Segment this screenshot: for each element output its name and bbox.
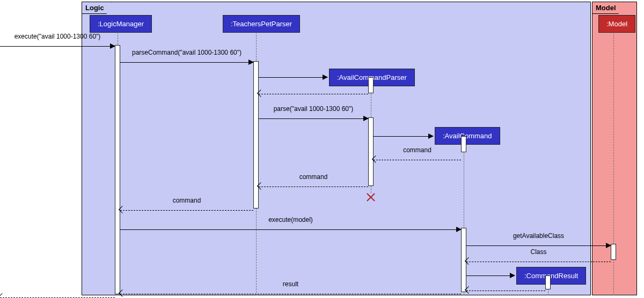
execute-model-msg: execute(model) [120, 225, 461, 235]
parsecommand-label: parseCommand("avail 1000-1300 60") [132, 49, 241, 56]
return-cmd3-msg: command [120, 206, 253, 215]
return-cmd3-label: command [173, 197, 201, 204]
logic-manager-head: :LogicManager [90, 15, 152, 33]
exit-msg [0, 293, 115, 298]
acp-activation-1 [368, 77, 374, 93]
return-class-label: Class [530, 248, 546, 256]
logic-frame: Logic [82, 2, 591, 295]
model-head: :Model [598, 15, 635, 33]
acp-activation-2 [368, 117, 374, 186]
create-ac-msg [374, 132, 433, 141]
lm-activation [115, 45, 120, 294]
teachers-pet-parser-head: :TeachersPetParser [223, 15, 300, 33]
parse-label: parse("avail 1000-1300 60") [274, 105, 354, 113]
parsecommand-msg: parseCommand("avail 1000-1300 60") [120, 58, 253, 68]
entry-msg: execute("avail 1000-1300 60") [0, 42, 115, 51]
return-class-msg: Class [466, 257, 611, 267]
model-frame-label: Model [592, 2, 624, 14]
return-result-msg: result [120, 289, 461, 298]
logic-frame-label: Logic [82, 2, 112, 14]
return-cmd2-label: command [299, 173, 328, 181]
return-result-label: result [283, 280, 298, 288]
get-avail-class-label: getAvailableClass [513, 232, 564, 240]
return-acp-msg [259, 90, 368, 99]
return-cmd2-msg: command [259, 182, 368, 192]
model-activation [611, 244, 616, 260]
parse-msg: parse("avail 1000-1300 60") [259, 114, 368, 124]
ac-activation-1 [461, 136, 466, 152]
execute-model-label: execute(model) [268, 216, 313, 224]
command-result-head: :CommandResult [516, 267, 586, 285]
cr-activation [545, 275, 551, 289]
avail-command-head: :AvailCommand [435, 127, 500, 145]
return-cr-msg [466, 286, 545, 296]
create-cr-msg [466, 271, 515, 281]
create-acp-msg [259, 73, 327, 83]
return-cmd1-label: command [403, 146, 431, 154]
acp-destroy-icon [365, 192, 376, 203]
return-cmd1-msg: command [374, 155, 461, 165]
entry-msg-label: execute("avail 1000-1300 60") [14, 33, 101, 40]
